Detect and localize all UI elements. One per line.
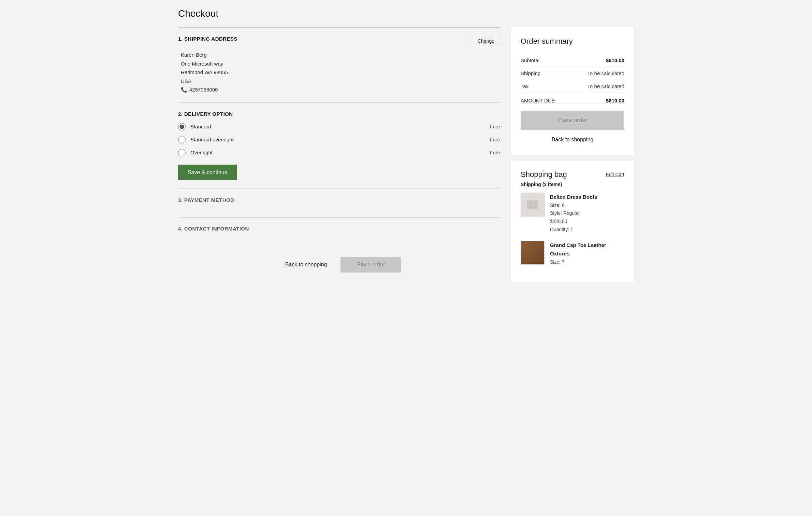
delivery-radio-standard-overnight[interactable] <box>178 136 186 143</box>
contact-section: 4. CONTACT INFORMATION <box>178 217 500 246</box>
delivery-section-title: 2. DELIVERY OPTION <box>178 111 500 117</box>
subtotal-value: $610.00 <box>606 57 624 63</box>
address-city: Redmond WA 98055 <box>181 68 500 77</box>
subtotal-label: Subtotal <box>521 57 539 63</box>
address-country: USA <box>181 77 500 86</box>
bag-item-qty-boots: Quantity: 1 <box>550 226 624 234</box>
save-continue-button[interactable]: Save & continue <box>178 165 237 180</box>
bag-item-style-boots: Style: Regular <box>550 209 624 218</box>
bag-item-image-oxfords <box>521 241 545 265</box>
bag-item-size-boots: Size: 6 <box>550 201 624 210</box>
shipping-value: To be calculated <box>588 70 624 76</box>
bag-item-price-boots: $220.00 <box>550 218 624 226</box>
delivery-price-overnight: Free <box>490 150 500 155</box>
place-order-button[interactable]: Place order <box>521 111 624 130</box>
address-block: Karen Berg One Microsoft way Redmond WA … <box>178 48 500 94</box>
delivery-label-standard: Standard <box>190 124 485 129</box>
address-name: Karen Berg <box>181 51 500 59</box>
shoe-thumbnail <box>521 241 544 265</box>
summary-row-amount-due: AMOUNT DUE $610.00 <box>521 93 624 104</box>
shipping-section-title: 1. SHIPPING ADDRESS <box>178 36 237 42</box>
delivery-price-standard-overnight: Free <box>490 137 500 142</box>
address-street: One Microsoft way <box>181 59 500 68</box>
delivery-options: Standard Free Standard overnight Free Ov… <box>178 123 500 156</box>
page-title: Checkout <box>178 8 634 19</box>
bag-item-info-boots: Belted Dress Boots Size: 6 Style: Regula… <box>550 193 624 234</box>
address-phone: 📞 4257058000 <box>181 85 500 94</box>
shopping-bag-card: Shopping bag Edit Cart Shipping (2 items… <box>511 161 634 282</box>
tax-label: Tax <box>521 83 528 89</box>
bag-item-name-boots: Belted Dress Boots <box>550 193 624 201</box>
right-column: Order summary Subtotal $610.00 Shipping … <box>511 27 634 282</box>
bag-item-image-boots <box>521 193 545 217</box>
shopping-bag-header: Shopping bag Edit Cart <box>521 170 624 179</box>
summary-row-subtotal: Subtotal $610.00 <box>521 54 624 67</box>
delivery-radio-overnight[interactable] <box>178 149 186 156</box>
summary-row-tax: Tax To be calculated <box>521 80 624 93</box>
shopping-bag-title: Shopping bag <box>521 170 567 179</box>
contact-section-title: 4. CONTACT INFORMATION <box>178 226 500 232</box>
shipping-section: 1. SHIPPING ADDRESS Change Karen Berg On… <box>178 27 500 102</box>
bag-item-boots: Belted Dress Boots Size: 6 Style: Regula… <box>521 193 624 234</box>
back-to-shopping-button[interactable]: Back to shopping <box>521 134 624 145</box>
bag-item-size-oxfords: Size: 7 <box>550 258 624 266</box>
delivery-label-overnight: Overnight <box>190 150 485 155</box>
amount-due-label: AMOUNT DUE <box>521 98 555 103</box>
phone-icon: 📞 <box>181 85 187 94</box>
bag-item-info-oxfords: Grand Cap Toe Leather Oxfords Size: 7 <box>550 241 624 266</box>
delivery-option-standard[interactable]: Standard Free <box>178 123 500 130</box>
image-placeholder-icon <box>526 198 539 211</box>
delivery-price-standard: Free <box>490 124 500 129</box>
delivery-option-standard-overnight[interactable]: Standard overnight Free <box>178 136 500 143</box>
summary-row-shipping: Shipping To be calculated <box>521 67 624 80</box>
order-summary-card: Order summary Subtotal $610.00 Shipping … <box>511 27 634 155</box>
shipping-items-label: Shipping (2 items) <box>521 182 624 187</box>
change-address-button[interactable]: Change <box>472 36 500 46</box>
back-to-shopping-bottom-button[interactable]: Back to shopping <box>277 257 335 273</box>
delivery-radio-standard[interactable] <box>178 123 186 130</box>
delivery-section: 2. DELIVERY OPTION Standard Free Standar… <box>178 102 500 189</box>
tax-value: To be calculated <box>588 83 624 89</box>
edit-cart-button[interactable]: Edit Cart <box>606 172 624 177</box>
place-order-bottom-button[interactable]: Place order <box>340 257 401 273</box>
bag-item-oxfords: Grand Cap Toe Leather Oxfords Size: 7 <box>521 241 624 266</box>
svg-point-1 <box>529 202 532 205</box>
payment-section-title: 3. PAYMENT METHOD <box>178 197 500 203</box>
order-summary-title: Order summary <box>521 37 624 46</box>
delivery-option-overnight[interactable]: Overnight Free <box>178 149 500 156</box>
delivery-label-standard-overnight: Standard overnight <box>190 137 485 142</box>
bottom-actions: Back to shopping Place order <box>178 246 500 278</box>
bag-item-name-oxfords: Grand Cap Toe Leather Oxfords <box>550 241 624 258</box>
shipping-label: Shipping <box>521 70 540 76</box>
amount-due-value: $610.00 <box>606 98 624 103</box>
left-column: 1. SHIPPING ADDRESS Change Karen Berg On… <box>178 27 500 278</box>
payment-section: 3. PAYMENT METHOD <box>178 189 500 217</box>
